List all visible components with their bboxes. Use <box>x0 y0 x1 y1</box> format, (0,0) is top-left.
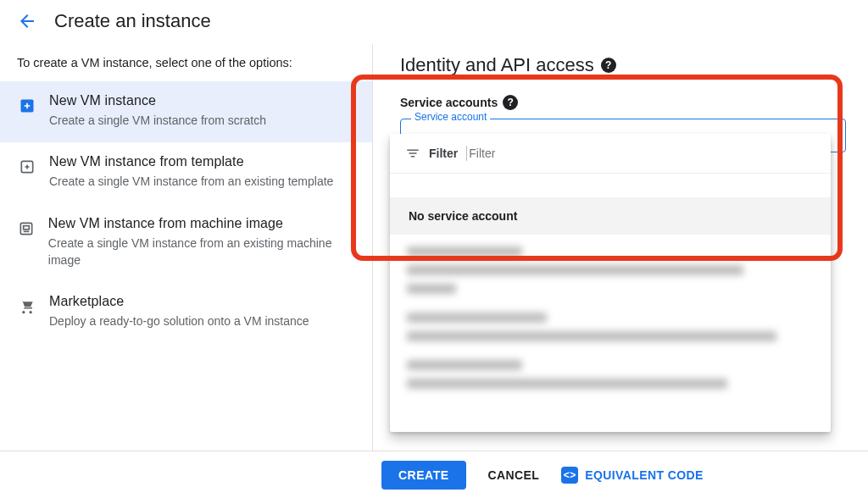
page-title: Create an instance <box>54 10 211 32</box>
plus-box-icon <box>17 96 37 116</box>
cart-icon <box>17 296 37 317</box>
option-title: Marketplace <box>49 294 309 309</box>
equivalent-code-label: EQUIVALENT CODE <box>585 468 704 482</box>
option-title: New VM instance from template <box>49 154 333 169</box>
code-icon: <> <box>561 467 578 484</box>
field-legend: Service account <box>411 111 490 123</box>
create-button[interactable]: CREATE <box>381 461 466 490</box>
sidebar-option-from-image[interactable]: New VM instance from machine image Creat… <box>0 204 372 283</box>
dropdown-item-no-service-account[interactable]: No service account <box>390 197 831 235</box>
back-arrow-icon[interactable] <box>17 11 37 31</box>
option-desc: Deploy a ready-to-go solution onto a VM … <box>49 313 309 329</box>
help-icon[interactable]: ? <box>601 58 616 73</box>
filter-label: Filter <box>429 147 458 160</box>
sidebar-option-marketplace[interactable]: Marketplace Deploy a ready-to-go solutio… <box>0 282 372 343</box>
cancel-button[interactable]: CANCEL <box>488 468 540 482</box>
service-accounts-label: Service accounts ? <box>400 95 846 110</box>
service-accounts-text: Service accounts <box>400 96 498 109</box>
filter-icon <box>405 146 420 161</box>
option-desc: Create a single VM instance from an exis… <box>49 173 333 190</box>
option-title: New VM instance from machine image <box>48 216 352 231</box>
sidebar-option-from-template[interactable]: New VM instance from template Create a s… <box>0 142 372 203</box>
sidebar-option-new-vm[interactable]: New VM instance Create a single VM insta… <box>0 81 372 142</box>
section-title-text: Identity and API access <box>400 54 594 76</box>
help-icon[interactable]: ? <box>503 95 518 110</box>
footer: CREATE CANCEL <> EQUIVALENT CODE <box>0 451 868 498</box>
service-account-dropdown: Filter No service account <box>390 134 831 432</box>
image-box-icon <box>17 219 36 239</box>
sidebar-intro: To create a VM instance, select one of t… <box>0 56 372 81</box>
section-identity-api: Identity and API access ? <box>400 54 846 76</box>
svg-rect-3 <box>24 225 30 229</box>
filter-input[interactable] <box>466 146 617 161</box>
option-desc: Create a single VM instance from an exis… <box>48 235 352 269</box>
redacted-items <box>390 235 831 401</box>
sidebar: To create a VM instance, select one of t… <box>0 44 373 455</box>
dropdown-filter-row: Filter <box>390 134 831 174</box>
header: Create an instance <box>0 0 868 44</box>
option-title: New VM instance <box>49 93 266 108</box>
plus-outline-icon <box>17 157 37 177</box>
equivalent-code-button[interactable]: <> EQUIVALENT CODE <box>561 467 704 484</box>
option-desc: Create a single VM instance from scratch <box>49 112 266 129</box>
